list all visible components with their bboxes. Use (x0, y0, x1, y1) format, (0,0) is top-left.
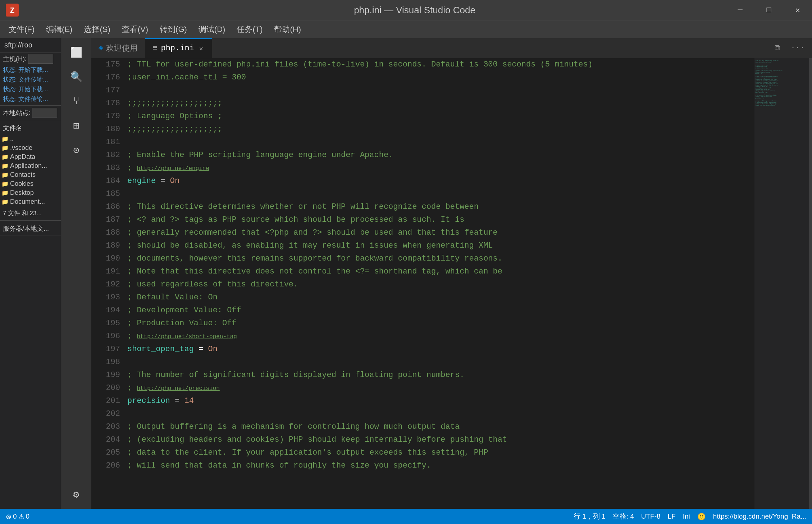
menu-item[interactable]: 转到(G) (154, 22, 193, 37)
file-tree-item[interactable]: 📁AppData (0, 152, 61, 161)
line-content: ; will send that data in chunks of rough… (127, 459, 431, 473)
line-content: ; This directive determines whether or n… (127, 201, 479, 214)
code-line: 203; Output buffering is a mechanism for… (99, 420, 747, 433)
line-number: 195 (99, 317, 127, 330)
more-actions-button[interactable]: ··· (788, 42, 808, 54)
menu-item[interactable]: 任务(T) (231, 22, 268, 37)
code-link[interactable]: http://php.net/precision (137, 385, 219, 392)
minimap: ; TTL for user-defined php.ini files ;us… (754, 58, 812, 509)
encoding[interactable]: UTF-8 (641, 512, 661, 520)
line-number: 184 (99, 175, 127, 188)
menu-item[interactable]: 帮助(H) (268, 22, 307, 37)
tab-welcome[interactable]: ◈ 欢迎使用 (91, 38, 145, 58)
source-control-icon[interactable]: ⑂ (65, 90, 88, 113)
menu-item[interactable]: 调试(D) (193, 22, 231, 37)
status-lines: 状态: 开始下载...状态: 文件传输...状态: 开始下载...状态: 文件传… (0, 65, 61, 104)
line-content: ; (excluding headers and cookies) PHP sh… (127, 433, 507, 447)
menu-item[interactable]: 文件(F) (3, 22, 40, 37)
extensions-icon[interactable]: ⊞ (65, 114, 88, 137)
line-number: 175 (99, 58, 127, 71)
file-tree-label: Contacts (10, 171, 36, 179)
phpini-tab-icon: ≡ (152, 44, 157, 53)
file-tree-label: .. (10, 135, 14, 143)
file-tree-item[interactable]: 📁Contacts (0, 170, 61, 179)
line-number: 185 (99, 188, 127, 201)
minimap-slider[interactable] (809, 58, 812, 509)
code-line: 183; http://php.net/engine (99, 162, 747, 175)
code-line: 202 (99, 408, 747, 420)
host-input[interactable] (28, 54, 53, 64)
code-line: 190; documents, however this remains sup… (99, 252, 747, 265)
menu-item[interactable]: 编辑(E) (40, 22, 78, 37)
folder-icon: 📁 (1, 153, 9, 161)
code-area[interactable]: 175; TTL for user-defined php.ini files … (91, 58, 747, 509)
status-bar: ⊗ 0 ⚠ 0 行 1，列 1 空格: 4 UTF-8 LF Ini 🙂 htt… (0, 509, 812, 524)
file-name-label: 文件名 (0, 121, 61, 133)
code-line: 194; Development Value: Off (99, 304, 747, 317)
line-content: engine = On (127, 175, 179, 188)
close-button[interactable]: ✕ (783, 0, 812, 20)
line-number: 179 (99, 110, 127, 123)
folder-icon: 📁 (1, 189, 9, 197)
menu-item[interactable]: 查看(V) (116, 22, 154, 37)
code-link[interactable]: http://php.net/short-open-tag (137, 334, 237, 340)
local-path-input[interactable] (32, 108, 57, 118)
code-line: 204; (excluding headers and cookies) PHP… (99, 433, 747, 446)
cursor-position[interactable]: 行 1，列 1 (574, 512, 606, 521)
settings-icon[interactable]: ⚙ (65, 483, 88, 506)
line-number: 178 (99, 97, 127, 110)
code-link[interactable]: http://php.net/engine (137, 165, 209, 172)
ftp-header: sftp://roo (0, 38, 61, 52)
folder-icon: 📁 (1, 171, 9, 179)
editor-content: 175; TTL for user-defined php.ini files … (91, 58, 812, 509)
line-number: 177 (99, 84, 127, 97)
line-content: ; documents, however this remains suppor… (127, 252, 502, 266)
line-content: ; used regardless of this directive. (127, 278, 298, 291)
minimap-content: ; TTL for user-defined php.ini files ;us… (754, 58, 812, 509)
file-tree-label: Cookies (10, 180, 33, 188)
line-content: ; http://php.net/engine (127, 162, 209, 175)
smiley-icon[interactable]: 🙂 (697, 512, 706, 521)
code-line: 196; http://php.net/short-open-tag (99, 330, 747, 343)
error-status[interactable]: ⊗ 0 ⚠ 0 (6, 512, 29, 521)
right-link[interactable]: https://blog.cdn.net/Yong_Ra... (713, 512, 806, 520)
file-tree-item[interactable]: 📁Application... (0, 161, 61, 170)
line-content: short_open_tag = On (127, 343, 218, 356)
vertical-scrollbar[interactable] (747, 58, 754, 509)
minimize-button[interactable]: ─ (726, 0, 754, 20)
menu-item[interactable]: 选择(S) (78, 22, 116, 37)
search-icon[interactable]: 🔍 (65, 65, 88, 88)
welcome-tab-icon: ◈ (99, 43, 103, 53)
file-tree-item[interactable]: 📁Document... (0, 197, 61, 206)
line-number: 199 (99, 369, 127, 382)
line-content: precision = 14 (127, 395, 194, 408)
file-tree-item[interactable]: 📁.vscode (0, 143, 61, 152)
line-ending[interactable]: LF (668, 512, 676, 520)
code-line: 182; Enable the PHP scripting language e… (99, 149, 747, 162)
file-tree-item[interactable]: 📁Cookies (0, 179, 61, 188)
split-editor-button[interactable]: ⧉ (772, 42, 783, 54)
line-content: ; Output buffering is a mechanism for co… (127, 420, 460, 434)
ftp-status-line: 状态: 文件传输... (0, 94, 61, 104)
warning-count: 0 (26, 512, 30, 520)
line-number: 198 (99, 356, 127, 369)
line-content: ; Production Value: Off (127, 317, 237, 330)
folder-icon: 📁 (1, 180, 9, 188)
app-icon: Z (6, 4, 19, 17)
local-label: 本地站点: (3, 109, 31, 117)
line-number: 197 (99, 343, 127, 356)
file-tree-label: Application... (10, 162, 47, 170)
files-icon[interactable]: ⬜ (65, 41, 88, 64)
tab-phpini[interactable]: ≡ php.ini ✕ (145, 38, 212, 58)
maximize-button[interactable]: □ (754, 0, 783, 20)
tab-close-button[interactable]: ✕ (198, 44, 205, 53)
language-mode[interactable]: Ini (683, 512, 690, 520)
line-content: ; Note that this directive does not cont… (127, 265, 502, 279)
file-tree-item[interactable]: 📁.. (0, 134, 61, 143)
error-icon: ⊗ (6, 512, 12, 521)
indentation[interactable]: 空格: 4 (613, 512, 634, 521)
file-tree-item[interactable]: 📁Desktop (0, 188, 61, 197)
remote-icon[interactable]: ⊙ (65, 139, 88, 162)
code-line: 191; Note that this directive does not c… (99, 265, 747, 278)
line-content: ; Development Value: Off (127, 304, 241, 317)
